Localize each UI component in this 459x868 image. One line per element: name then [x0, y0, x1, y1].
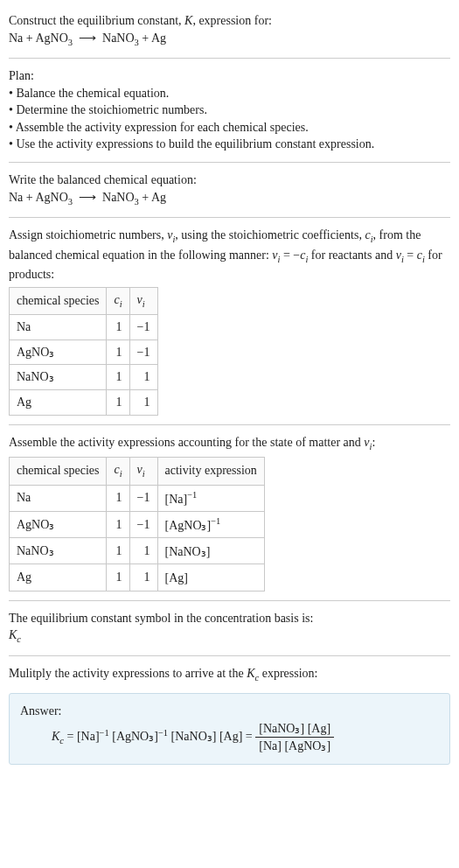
kc-sub: c [17, 634, 21, 644]
col-species: chemical species [10, 458, 107, 485]
col-ci: ci [107, 458, 129, 485]
table-row: Na1−1[Na]−1 [10, 485, 265, 511]
reaction-arrow-icon: ⟶ [79, 191, 96, 204]
activity-text: Assemble the activity expressions accoun… [9, 434, 450, 453]
eq-right2: + Ag [139, 32, 166, 45]
ae-base: [AgNO₃] [165, 518, 212, 531]
nui-i: i [143, 298, 145, 308]
table-row: Na1−1 [10, 315, 158, 340]
cell-species: Na [10, 315, 107, 340]
ans-eq2: [AgNO₃] [109, 730, 158, 743]
col-ci: ci [107, 287, 129, 314]
cell-ci: 1 [107, 564, 129, 591]
cell-ci: 1 [107, 340, 129, 365]
reaction-arrow-icon: ⟶ [79, 32, 96, 45]
act-colon: : [372, 436, 375, 449]
intro-equation: Na + AgNO3 ⟶ NaNO3 + Ag [9, 32, 166, 45]
cell-nui: 1 [129, 365, 157, 390]
col-nui: νi [129, 458, 157, 485]
divider [9, 655, 450, 656]
answer-label: Answer: [20, 703, 439, 720]
table-row: AgNO₃1−1 [10, 340, 158, 365]
stoich-t4: for reactants and [308, 248, 395, 262]
cell-nui: −1 [129, 511, 157, 537]
anui-i: i [143, 469, 145, 479]
cell-species: Ag [10, 564, 107, 591]
cell-species: AgNO₃ [10, 340, 107, 365]
cell-species: NaNO₃ [10, 538, 107, 564]
cell-nui: −1 [129, 485, 157, 511]
cell-species: NaNO₃ [10, 365, 107, 390]
mul-K: K [247, 667, 254, 680]
intro-text2: , expression for: [192, 14, 272, 27]
ans-p1: −1 [100, 727, 109, 737]
stoich-t1: Assign stoichiometric numbers, [9, 228, 167, 242]
divider [9, 424, 450, 425]
activity-block: Assemble the activity expressions accoun… [9, 429, 450, 597]
cell-ci: 1 [107, 485, 129, 511]
cell-species: Ag [10, 389, 107, 415]
cell-ci: 1 [107, 365, 129, 390]
eq-right: NaNO [102, 32, 135, 45]
stoich-table: chemical species ci νi Na1−1 AgNO₃1−1 Na… [9, 287, 158, 416]
ans-p2: −1 [158, 727, 168, 737]
answer-box: Answer: Kc = [Na]−1 [AgNO₃]−1 [NaNO₃] [A… [9, 693, 450, 765]
stoich-block: Assign stoichiometric numbers, νi, using… [9, 221, 450, 420]
cell-species: Na [10, 485, 107, 511]
kc-K: K [9, 628, 17, 641]
table-header-row: chemical species ci νi [10, 287, 158, 314]
table-row: Ag11 [10, 389, 158, 415]
divider [9, 600, 450, 601]
ae-base: [Ag] [165, 571, 188, 584]
eq-left-sub: 3 [68, 37, 73, 46]
stoich-text: Assign stoichiometric numbers, νi, using… [9, 227, 450, 284]
beq-right: NaNO [102, 191, 135, 204]
cell-ci: 1 [107, 315, 129, 340]
kc-text: The equilibrium constant symbol in the c… [9, 610, 450, 627]
divider [9, 58, 450, 59]
plan-bullet-3: • Assemble the activity expression for e… [9, 119, 450, 136]
cell-activity: [Na]−1 [157, 485, 264, 511]
table-row: Ag11[Ag] [10, 564, 265, 591]
table-header-row: chemical species ci νi activity expressi… [10, 458, 265, 485]
plan-block: Plan: • Balance the chemical equation. •… [9, 62, 450, 158]
plan-bullet-1: • Balance the chemical equation. [9, 85, 450, 102]
kc-symbol: Kc [9, 626, 450, 646]
plan-bullet-4: • Use the activity expressions to build … [9, 136, 450, 153]
balanced-equation: Na + AgNO3 ⟶ NaNO3 + Ag [9, 191, 166, 204]
cell-nui: −1 [129, 315, 157, 340]
beq-right2: + Ag [139, 191, 166, 204]
stoich-t2: , using the stoichiometric coefficients, [175, 228, 365, 242]
eq-left: Na + AgNO [9, 32, 68, 45]
answer-fraction: [NaNO₃] [Ag][Na] [AgNO₃] [255, 720, 334, 755]
answer-expression: Kc = [Na]−1 [AgNO₃]−1 [NaNO₃] [Ag] = [Na… [20, 720, 439, 755]
divider [9, 162, 450, 163]
cell-species: AgNO₃ [10, 511, 107, 537]
table-row: NaNO₃11[NaNO₃] [10, 538, 265, 564]
cell-activity: [Ag] [157, 564, 264, 591]
ae-base: [Na] [165, 492, 188, 505]
multiply-text: Mulitply the activity expressions to arr… [9, 667, 247, 680]
stoich-rel2: = [404, 248, 417, 262]
cell-nui: 1 [129, 389, 157, 415]
plan-title: Plan: [9, 67, 450, 85]
ci-i: i [120, 298, 122, 308]
plan-bullet-2: • Determine the stoichiometric numbers. [9, 102, 450, 119]
col-activity-expression: activity expression [157, 458, 264, 485]
table-row: NaNO₃11 [10, 365, 158, 390]
ans-eq: = [Na] [64, 730, 100, 743]
activity-table: chemical species ci νi activity expressi… [9, 457, 265, 591]
balanced-block: Write the balanced chemical equation: Na… [9, 166, 450, 214]
beq-left: Na + AgNO [9, 191, 68, 204]
cell-ci: 1 [107, 511, 129, 537]
cell-nui: −1 [129, 340, 157, 365]
multiply-text2: expression: [259, 667, 317, 680]
ans-eq3: [NaNO₃] [Ag] = [168, 730, 255, 743]
intro-K: K [184, 14, 192, 27]
ae-base: [NaNO₃] [165, 545, 211, 558]
kc-basis-block: The equilibrium constant symbol in the c… [9, 605, 450, 652]
cell-nui: 1 [129, 538, 157, 564]
balanced-text: Write the balanced chemical equation: [9, 172, 450, 189]
intro-text: Construct the equilibrium constant, [9, 14, 184, 27]
ae-sup: −1 [211, 516, 220, 526]
